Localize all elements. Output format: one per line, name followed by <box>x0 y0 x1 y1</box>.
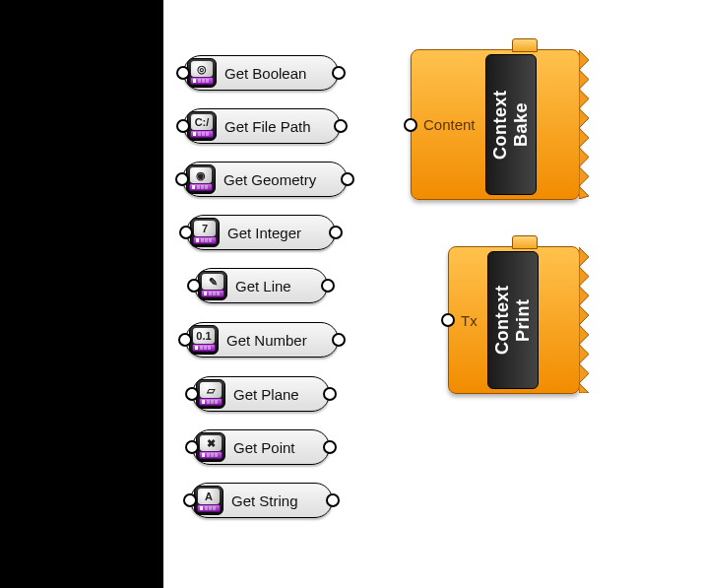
component-body[interactable]: 7Get Integer <box>186 215 336 250</box>
component-get-file-path[interactable]: C:/Get File Path <box>176 105 348 147</box>
component-body[interactable]: AGet String <box>190 483 333 518</box>
component-get-string[interactable]: AGet String <box>183 480 340 521</box>
zigzag-edge <box>579 50 591 199</box>
icon-glyph: ◎ <box>191 61 213 77</box>
icon-strip <box>199 398 223 406</box>
component-label: Get Plane <box>233 386 299 403</box>
component-icon: C:/ <box>187 111 217 141</box>
output-port[interactable] <box>332 66 346 80</box>
output-port[interactable] <box>326 493 340 507</box>
icon-glyph: 0.1 <box>193 328 215 344</box>
icon-glyph: ✎ <box>202 274 223 290</box>
icon-strip <box>193 236 217 244</box>
input-port[interactable] <box>185 387 199 401</box>
icon-strip <box>192 344 216 352</box>
icon-strip <box>201 290 224 297</box>
icon-strip <box>189 183 213 191</box>
component-get-point[interactable]: ✖Get Point <box>185 426 337 468</box>
module-body[interactable]: ContentContext Bake <box>411 49 580 200</box>
input-port[interactable] <box>178 333 192 347</box>
icon-glyph: ▱ <box>200 382 222 398</box>
component-icon: 0.1 <box>189 325 219 355</box>
icon-strip <box>199 451 223 459</box>
component-label: Get String <box>231 492 298 509</box>
output-port[interactable] <box>323 387 337 401</box>
icon-glyph: ✖ <box>200 435 222 451</box>
input-port[interactable] <box>176 66 190 80</box>
module-title: Context Bake <box>485 54 537 195</box>
component-body[interactable]: ✎Get Line <box>194 268 328 303</box>
input-port[interactable] <box>183 493 197 507</box>
component-label: Get Integer <box>227 225 301 241</box>
module-title: Context Print <box>487 251 539 389</box>
module-input-label: Content <box>423 116 476 133</box>
output-port[interactable] <box>329 226 343 239</box>
component-get-plane[interactable]: ▱Get Plane <box>185 373 337 415</box>
component-body[interactable]: ▱Get Plane <box>192 376 330 412</box>
left-panel <box>0 0 163 588</box>
component-body[interactable]: C:/Get File Path <box>183 108 341 144</box>
input-port[interactable] <box>187 279 201 293</box>
component-label: Get Line <box>235 278 291 294</box>
component-icon: 7 <box>190 218 220 247</box>
input-port[interactable] <box>441 313 455 327</box>
component-icon: ◉ <box>186 164 216 194</box>
component-get-line[interactable]: ✎Get Line <box>187 265 335 306</box>
module-input-label: Tx <box>461 312 478 329</box>
output-port[interactable] <box>341 172 354 186</box>
component-label: Get Number <box>226 332 307 349</box>
component-get-boolean[interactable]: ◎Get Boolean <box>176 52 346 94</box>
component-icon: ✖ <box>196 432 225 462</box>
output-port[interactable] <box>321 279 335 293</box>
component-body[interactable]: 0.1Get Number <box>185 322 339 358</box>
component-body[interactable]: ◎Get Boolean <box>183 55 339 91</box>
component-icon: A <box>194 486 223 515</box>
output-port[interactable] <box>323 440 337 454</box>
icon-strip <box>197 504 221 512</box>
output-port[interactable] <box>334 119 348 133</box>
input-port[interactable] <box>176 119 190 133</box>
component-icon: ◎ <box>187 58 217 88</box>
component-label: Get Boolean <box>224 65 306 82</box>
component-icon: ✎ <box>198 271 227 300</box>
component-label: Get Point <box>233 439 295 456</box>
module-context-print[interactable]: TxContext Print <box>441 246 580 394</box>
icon-strip <box>190 77 214 85</box>
input-port[interactable] <box>404 118 417 132</box>
component-get-number[interactable]: 0.1Get Number <box>178 319 346 360</box>
icon-glyph: 7 <box>194 221 216 236</box>
input-port[interactable] <box>179 226 193 239</box>
module-context-bake[interactable]: ContentContext Bake <box>404 49 580 200</box>
module-body[interactable]: TxContext Print <box>448 246 580 394</box>
component-get-integer[interactable]: 7Get Integer <box>179 212 343 253</box>
component-icon: ▱ <box>196 379 225 409</box>
icon-glyph: ◉ <box>190 167 212 183</box>
icon-glyph: C:/ <box>191 114 213 130</box>
icon-strip <box>190 130 214 138</box>
component-body[interactable]: ◉Get Geometry <box>182 162 348 197</box>
component-label: Get File Path <box>224 118 311 135</box>
input-port[interactable] <box>185 440 199 454</box>
module-tab <box>512 235 538 249</box>
module-tab <box>512 38 538 52</box>
output-port[interactable] <box>332 333 346 347</box>
component-body[interactable]: ✖Get Point <box>192 429 330 465</box>
input-port[interactable] <box>175 172 189 186</box>
zigzag-edge <box>579 247 591 393</box>
icon-glyph: A <box>198 489 220 504</box>
component-label: Get Geometry <box>223 171 316 188</box>
component-get-geometry[interactable]: ◉Get Geometry <box>175 159 354 200</box>
